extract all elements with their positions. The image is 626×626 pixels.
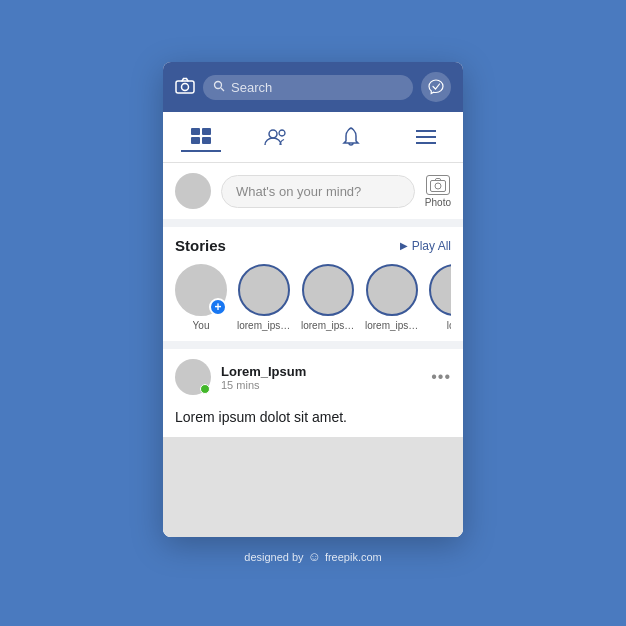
svg-point-14 [435, 183, 441, 189]
story-item-3[interactable]: lorem_ipsum [365, 264, 419, 331]
stories-header: Stories ▶ Play All [175, 237, 451, 254]
svg-point-2 [215, 81, 222, 88]
svg-rect-7 [202, 137, 211, 144]
story-avatar [302, 264, 354, 316]
nav-bell[interactable] [331, 122, 371, 152]
post-avatar-wrap [175, 359, 211, 395]
story-avatar [238, 264, 290, 316]
svg-point-9 [279, 130, 285, 136]
nav-bar [163, 112, 463, 163]
play-all-label: Play All [412, 239, 451, 253]
search-icon [213, 80, 225, 95]
story-item-you[interactable]: + You [175, 264, 227, 331]
post-time: 15 mins [221, 379, 421, 391]
stories-title: Stories [175, 237, 226, 254]
story-item-1[interactable]: lorem_ipsum [237, 264, 291, 331]
story-avatar-wrap [238, 264, 290, 316]
play-all-button[interactable]: ▶ Play All [400, 239, 451, 253]
svg-point-1 [182, 83, 189, 90]
search-bar[interactable]: Search [203, 75, 413, 100]
freepik-logo-icon: ☺ [308, 549, 321, 564]
story-name-2: lorem_ipsum [301, 320, 355, 331]
story-name-1: lorem_ipsum [237, 320, 291, 331]
feed-post: Lorem_Ipsum 15 mins ••• Lorem ipsum dolo… [163, 349, 463, 537]
svg-point-8 [269, 130, 277, 138]
nav-home[interactable] [181, 122, 221, 152]
svg-rect-6 [202, 128, 211, 135]
footer-brand: freepik.com [325, 551, 382, 563]
story-avatar-wrap [366, 264, 418, 316]
svg-rect-13 [430, 180, 445, 191]
story-name-you: You [193, 320, 210, 331]
online-indicator [200, 384, 210, 394]
story-name-4: lore [447, 320, 451, 331]
stories-list: + You lorem_ipsum lorem_ipsum [175, 264, 451, 331]
composer: What's on your mind? Photo [163, 163, 463, 227]
phone-frame: Search [163, 62, 463, 537]
story-avatar-wrap: + [175, 264, 227, 316]
footer-designed-by: designed by [244, 551, 303, 563]
post-image [163, 437, 463, 537]
play-icon: ▶ [400, 240, 408, 251]
story-avatar [429, 264, 451, 316]
photo-icon [426, 175, 450, 195]
top-bar: Search [163, 62, 463, 112]
stories-section: Stories ▶ Play All + You lorem_ipsum [163, 227, 463, 349]
post-more-button[interactable]: ••• [431, 368, 451, 386]
composer-avatar [175, 173, 211, 209]
photo-button[interactable]: Photo [425, 175, 451, 208]
story-avatar-wrap [429, 264, 451, 316]
messenger-icon[interactable] [421, 72, 451, 102]
story-item-2[interactable]: lorem_ipsum [301, 264, 355, 331]
svg-rect-4 [191, 128, 200, 135]
story-avatar [366, 264, 418, 316]
story-item-4[interactable]: lore [429, 264, 451, 331]
footer-logo: designed by ☺ freepik.com [244, 549, 381, 564]
footer: designed by ☺ freepik.com [244, 537, 381, 564]
story-name-3: lorem_ipsum [365, 320, 419, 331]
svg-line-3 [221, 88, 224, 91]
post-username: Lorem_Ipsum [221, 364, 421, 379]
composer-input[interactable]: What's on your mind? [221, 175, 415, 208]
photo-label: Photo [425, 197, 451, 208]
post-content: Lorem ipsum dolot sit amet. [163, 405, 463, 437]
search-placeholder: Search [231, 80, 272, 95]
nav-friends[interactable] [256, 122, 296, 152]
svg-rect-5 [191, 137, 200, 144]
nav-menu[interactable] [406, 122, 446, 152]
camera-icon[interactable] [175, 77, 195, 98]
post-meta: Lorem_Ipsum 15 mins [221, 364, 421, 391]
story-avatar-wrap [302, 264, 354, 316]
post-header: Lorem_Ipsum 15 mins ••• [163, 349, 463, 405]
story-add-button[interactable]: + [209, 298, 227, 316]
